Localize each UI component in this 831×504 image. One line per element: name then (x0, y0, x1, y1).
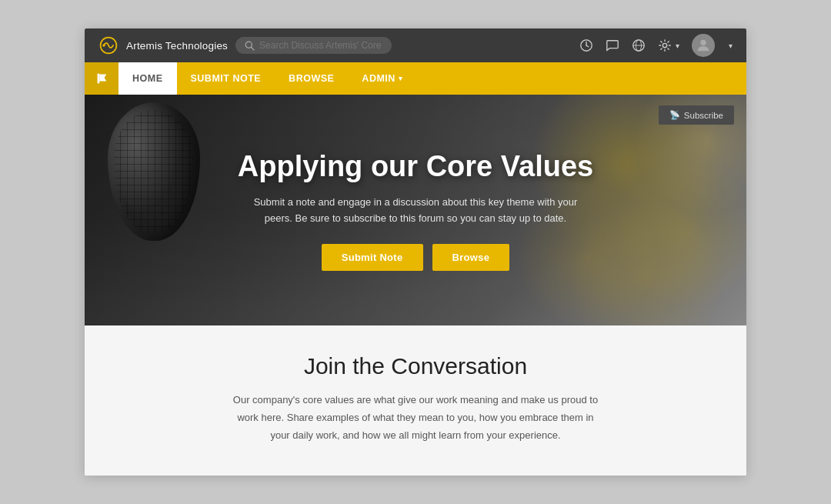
topbar-right: ▾ ▾ (579, 34, 733, 57)
logo-icon (98, 35, 118, 55)
nav-item-submit-note[interactable]: SUBMIT NOTE (177, 62, 275, 95)
nav-flag-icon (95, 72, 108, 85)
search-bar[interactable] (235, 37, 392, 54)
nav-item-browse[interactable]: BROWSE (275, 62, 348, 95)
page-wrapper: Artemis Technologies (85, 28, 746, 475)
search-icon (245, 41, 255, 51)
gear-dropdown-arrow: ▾ (676, 42, 679, 50)
nav-bar: HOME SUBMIT NOTE BROWSE ADMIN ▾ (85, 62, 746, 95)
subscribe-button[interactable]: 📡 Subscribe (659, 105, 734, 125)
chat-icon[interactable] (606, 38, 619, 52)
hero-section: 📡 Subscribe Applying our Core Values Sub… (85, 95, 746, 325)
section-title: Join the Conversation (108, 353, 723, 379)
svg-rect-12 (98, 74, 100, 84)
hero-content: Applying our Core Values Submit a note a… (207, 150, 624, 270)
nav-item-home[interactable]: HOME (118, 62, 177, 95)
avatar-dropdown-arrow: ▾ (729, 42, 733, 50)
submit-note-button[interactable]: Submit Note (322, 244, 423, 271)
admin-dropdown-arrow: ▾ (399, 75, 403, 82)
globe-icon[interactable] (632, 38, 646, 52)
svg-point-11 (700, 40, 706, 45)
topbar: Artemis Technologies (85, 28, 746, 62)
svg-point-1 (102, 45, 105, 47)
browse-button[interactable]: Browse (432, 244, 510, 271)
avatar[interactable] (692, 34, 715, 57)
mic-grid (114, 110, 194, 233)
hero-title: Applying our Core Values (238, 150, 593, 184)
hero-buttons: Submit Note Browse (238, 244, 593, 271)
search-input[interactable] (259, 40, 382, 51)
topbar-left: Artemis Technologies (98, 35, 392, 55)
gear-icon[interactable]: ▾ (658, 38, 679, 52)
clock-icon[interactable] (579, 38, 593, 52)
subscribe-icon: 📡 (669, 110, 680, 120)
section-description: Our company's core values are what give … (231, 392, 600, 444)
svg-line-3 (252, 47, 255, 50)
svg-line-6 (586, 45, 589, 47)
svg-point-10 (662, 44, 666, 48)
lower-section: Join the Conversation Our company's core… (85, 325, 746, 475)
nav-item-admin[interactable]: ADMIN ▾ (348, 62, 416, 95)
nav-icon-box[interactable] (85, 62, 118, 95)
hero-subtitle: Submit a note and engage in a discussion… (239, 195, 592, 227)
brand-name: Artemis Technologies (126, 40, 228, 52)
